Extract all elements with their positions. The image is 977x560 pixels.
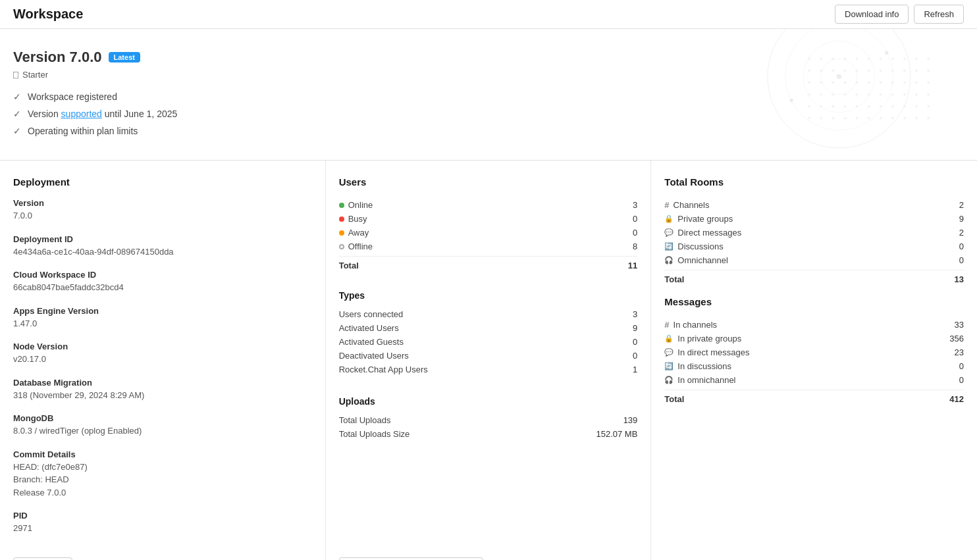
types-title: Types — [339, 290, 638, 301]
pid-label: PID — [13, 511, 312, 521]
checklist-item-3: ✓ Operating within plan limits — [13, 126, 964, 136]
checklist-text-3: Operating within plan limits — [28, 126, 138, 136]
svg-point-34 — [903, 82, 906, 84]
check-icon-2: ✓ — [13, 109, 21, 119]
apps-engine-group: Apps Engine Version 1.47.0 — [13, 306, 312, 330]
direct-messages-value: 2 — [959, 228, 964, 238]
svg-point-35 — [915, 82, 918, 84]
private-groups-row: 🔒 Private groups 9 — [664, 212, 964, 226]
rocketchat-app-users-row: Rocket.Chat App Users 1 — [339, 363, 638, 376]
direct-messages-label: 💬 Direct messages — [664, 228, 741, 238]
online-row: Online 3 — [339, 198, 638, 212]
users-total-value: 11 — [628, 261, 637, 270]
deployment-id-group: Deployment ID 4e434a6a-ce1c-40aa-94df-08… — [13, 234, 312, 259]
total-uploads-size-value: 152.07 MB — [596, 429, 637, 439]
database-migration-value: 318 (November 29, 2024 8:29 AM) — [13, 389, 312, 402]
checklist-item-2: ✓ Version supported until June 1, 2025 — [13, 109, 964, 119]
activated-guests-value: 0 — [633, 337, 637, 347]
cloud-workspace-id-label: Cloud Workspace ID — [13, 270, 312, 280]
version-value: 7.0.0 — [13, 209, 312, 222]
online-label: Online — [339, 200, 373, 210]
discussions-row: 🔄 Discussions 0 — [664, 240, 964, 253]
commit-details-label: Commit Details — [13, 449, 312, 459]
plan-label: ⎕ Starter — [13, 70, 964, 80]
in-discussions-row: 🔄 In discussions 0 — [664, 359, 964, 373]
in-channels-icon: # — [664, 320, 669, 330]
offline-row: Offline 8 — [339, 240, 638, 253]
pid-group: PID 2971 — [13, 511, 312, 535]
commit-details-group: Commit Details HEAD: (dfc7e0e87) Branch:… — [13, 449, 312, 499]
deactivated-users-row: Deactivated Users 0 — [339, 349, 638, 363]
supported-link[interactable]: supported — [61, 109, 102, 119]
download-info-button[interactable]: Download info — [835, 5, 909, 24]
messages-total-row: Total 412 — [664, 390, 964, 404]
svg-point-26 — [808, 82, 810, 84]
users-connected-row: Users connected 3 — [339, 307, 638, 321]
mongodb-group: MongoDB 8.0.3 / wiredTiger (oplog Enable… — [13, 413, 312, 438]
busy-dot — [339, 216, 344, 222]
mongodb-label: MongoDB — [13, 413, 312, 423]
database-migration-label: Database Migration — [13, 378, 312, 388]
deployment-title: Deployment — [13, 176, 312, 188]
in-direct-messages-value: 23 — [955, 347, 964, 357]
version-group: Version 7.0.0 — [13, 198, 312, 222]
users-connected-value: 3 — [633, 309, 637, 319]
offline-dot — [339, 244, 344, 249]
in-direct-messages-label: 💬 In direct messages — [664, 347, 749, 357]
in-discussions-icon: 🔄 — [664, 362, 673, 370]
omnichannel-label: 🎧 Omnichannel — [664, 255, 728, 265]
rocketchat-app-users-value: 1 — [633, 365, 637, 374]
busy-row: Busy 0 — [339, 212, 638, 226]
node-version-group: Node Version v20.17.0 — [13, 342, 312, 366]
in-omnichannel-icon: 🎧 — [664, 376, 673, 384]
omnichannel-icon: 🎧 — [664, 256, 673, 265]
in-private-groups-label: 🔒 In private groups — [664, 334, 741, 344]
channels-row: # Channels 2 — [664, 198, 964, 212]
omnichannel-row: 🎧 Omnichannel 0 — [664, 253, 964, 267]
total-rooms-title: Total Rooms — [664, 176, 964, 188]
deployment-id-value: 4e434a6a-ce1c-40aa-94df-089674150dda — [13, 245, 312, 259]
pid-value: 2971 — [13, 522, 312, 535]
messages-title: Messages — [664, 296, 964, 307]
top-bar: Workspace Download info Refresh — [0, 0, 977, 29]
cloud-workspace-id-value: 66cab8047bae5faddc32bcd4 — [13, 281, 312, 294]
checklist-text-2: Version supported until June 1, 2025 — [28, 109, 177, 119]
engagement-dashboard-button[interactable]: See on Engagement Dashboard — [339, 557, 484, 561]
total-uploads-size-row: Total Uploads Size 152.07 MB — [339, 427, 638, 441]
discussions-value: 0 — [959, 242, 964, 251]
in-omnichannel-value: 0 — [959, 375, 964, 385]
rooms-total-value: 13 — [955, 274, 964, 284]
apps-engine-label: Apps Engine Version — [13, 306, 312, 316]
direct-messages-row: 💬 Direct messages 2 — [664, 226, 964, 240]
workspace-banner: Version 7.0.0 Latest ⎕ Starter ✓ Workspa… — [0, 29, 977, 161]
private-groups-label: 🔒 Private groups — [664, 214, 733, 224]
channels-label: # Channels — [664, 200, 709, 210]
busy-value: 0 — [633, 214, 637, 224]
top-bar-actions: Download info Refresh — [835, 5, 964, 24]
in-direct-messages-row: 💬 In direct messages 23 — [664, 345, 964, 359]
in-omnichannel-row: 🎧 In omnichannel 0 — [664, 373, 964, 387]
svg-point-29 — [844, 82, 847, 84]
omnichannel-value: 0 — [959, 255, 964, 265]
apps-engine-value: 1.47.0 — [13, 317, 312, 330]
away-dot — [339, 230, 344, 236]
instances-button[interactable]: Instances — [13, 557, 72, 561]
checklist-text-1: Workspace registered — [28, 91, 117, 102]
in-private-groups-icon: 🔒 — [664, 334, 673, 343]
activated-users-row: Activated Users 9 — [339, 321, 638, 335]
users-panel: Users Online 3 Busy 0 Away 0 — [326, 161, 652, 560]
database-migration-group: Database Migration 318 (November 29, 202… — [13, 378, 312, 402]
total-uploads-row: Total Uploads 139 — [339, 413, 638, 427]
latest-badge: Latest — [109, 52, 140, 63]
commit-head: HEAD: (dfc7e0e87) — [13, 461, 312, 474]
deactivated-users-value: 0 — [633, 351, 637, 361]
busy-label: Busy — [339, 214, 367, 224]
users-title: Users — [339, 176, 638, 188]
checklist: ✓ Workspace registered ✓ Version support… — [13, 91, 964, 136]
svg-point-36 — [927, 82, 930, 84]
refresh-button[interactable]: Refresh — [914, 5, 964, 24]
plan-icon: ⎕ — [13, 70, 18, 80]
deployment-id-label: Deployment ID — [13, 234, 312, 244]
page-title: Workspace — [13, 7, 83, 22]
version-title: Version 7.0.0 — [13, 49, 102, 66]
